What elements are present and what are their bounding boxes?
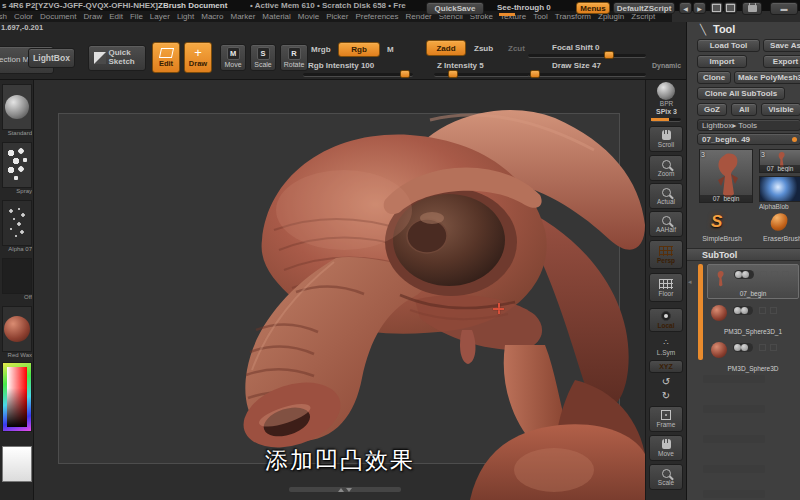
draw-size-slider[interactable] bbox=[528, 73, 646, 77]
scale-3d-button[interactable]: Scale bbox=[649, 464, 683, 490]
see-through-slider[interactable] bbox=[499, 13, 515, 16]
see-through-slider-label[interactable]: See-through 0 bbox=[497, 3, 551, 12]
quick-sketch-button[interactable]: Quick Sketch bbox=[88, 45, 146, 71]
rgb-intensity-slider[interactable] bbox=[303, 73, 413, 77]
menu-macro[interactable]: Macro bbox=[201, 12, 223, 21]
stroke-selector[interactable] bbox=[2, 142, 32, 188]
current-tool-bar[interactable]: 07_begin. 49 bbox=[697, 133, 800, 145]
move-mode-button[interactable]: M Move bbox=[220, 44, 246, 71]
panel-collapse-icon[interactable]: ◂ bbox=[688, 278, 692, 286]
brush-selector[interactable] bbox=[2, 84, 32, 130]
lock-button[interactable] bbox=[742, 2, 762, 15]
alpha-blob-thumbnail[interactable] bbox=[759, 176, 800, 202]
dynamic-toggle[interactable]: Dynamic bbox=[652, 62, 681, 69]
alpha-selector[interactable] bbox=[2, 200, 32, 246]
zoom-button[interactable]: Zoom bbox=[649, 155, 683, 181]
spix-slider[interactable] bbox=[651, 118, 681, 122]
menu-brush[interactable]: Brush bbox=[0, 12, 7, 21]
local-button[interactable]: Local bbox=[649, 308, 683, 332]
quicksave-button[interactable]: QuickSave bbox=[426, 2, 484, 15]
subtool-option-icon[interactable] bbox=[782, 271, 789, 278]
rgb-intensity-label[interactable]: Rgb Intensity 100 bbox=[308, 61, 374, 70]
persp-button[interactable]: Persp bbox=[649, 240, 683, 269]
left-tray-toggle-button[interactable]: ◀ bbox=[679, 2, 692, 14]
rgb-toggle[interactable]: Rgb bbox=[338, 42, 380, 57]
right-tray-toggle-button[interactable]: ▶ bbox=[693, 2, 706, 14]
color-picker[interactable] bbox=[2, 362, 32, 432]
lightbox-button[interactable]: LightBox bbox=[28, 48, 75, 68]
export-button[interactable]: Export bbox=[763, 55, 800, 68]
focal-shift-knob[interactable] bbox=[604, 51, 614, 59]
aahalf-button[interactable]: AAHalf bbox=[649, 211, 683, 237]
default-zscript-button[interactable]: DefaultZScript bbox=[613, 2, 675, 14]
lightbox-tools-bar[interactable]: Lightbox▸ Tools bbox=[697, 119, 800, 131]
bpr-render-button[interactable] bbox=[657, 82, 675, 100]
recent-tool-thumbnail[interactable]: 3 07_begin bbox=[759, 149, 800, 173]
frame-button[interactable]: Frame bbox=[649, 406, 683, 432]
z-intensity-knob[interactable] bbox=[448, 70, 458, 78]
subtool-option-icon[interactable] bbox=[760, 271, 767, 278]
load-tool-button[interactable]: Load Tool bbox=[697, 39, 760, 52]
menu-edit[interactable]: Edit bbox=[109, 12, 123, 21]
next-doc-button[interactable] bbox=[724, 2, 737, 14]
scroll-down-icon[interactable] bbox=[346, 488, 352, 492]
make-polymesh3d-button[interactable]: Make PolyMesh3D bbox=[734, 71, 800, 84]
zsub-toggle[interactable]: Zsub bbox=[474, 44, 493, 53]
color-gradient-square[interactable] bbox=[7, 367, 27, 427]
subtool-eye-toggle[interactable] bbox=[734, 270, 754, 279]
simplebrush-icon[interactable]: S bbox=[711, 212, 722, 232]
subtool-scrollbar[interactable] bbox=[698, 264, 703, 360]
menu-material[interactable]: Material bbox=[262, 12, 290, 21]
menu-picker[interactable]: Picker bbox=[326, 12, 348, 21]
actual-button[interactable]: Actual bbox=[649, 183, 683, 209]
menu-marker[interactable]: Marker bbox=[230, 12, 255, 21]
goz-all-button[interactable]: All bbox=[731, 103, 757, 116]
y-rotate-button[interactable]: ↺ bbox=[649, 376, 683, 388]
draw-size-knob[interactable] bbox=[530, 70, 540, 78]
rotate-mode-button[interactable]: R Rotate bbox=[280, 44, 308, 71]
menu-layer[interactable]: Layer bbox=[150, 12, 170, 21]
menu-tool[interactable]: Tool bbox=[533, 12, 548, 21]
material-selector[interactable] bbox=[2, 306, 32, 352]
menu-movie[interactable]: Movie bbox=[298, 12, 319, 21]
color-swatch[interactable] bbox=[2, 446, 32, 482]
subtool-item-active[interactable]: 07_begin bbox=[707, 264, 799, 299]
focal-shift-label[interactable]: Focal Shift 0 bbox=[552, 43, 600, 52]
goz-button[interactable]: GoZ bbox=[697, 103, 727, 116]
edit-mode-button[interactable]: Edit bbox=[152, 42, 180, 73]
xyz-button[interactable]: XYZ bbox=[649, 360, 683, 373]
scale-mode-button[interactable]: S Scale bbox=[250, 44, 276, 71]
subtool-option-icon[interactable] bbox=[770, 307, 777, 314]
rgb-intensity-knob[interactable] bbox=[400, 70, 410, 78]
menu-preferences[interactable]: Preferences bbox=[355, 12, 398, 21]
import-button[interactable]: Import bbox=[697, 55, 747, 68]
m-toggle[interactable]: M bbox=[387, 45, 394, 54]
texture-selector[interactable] bbox=[2, 258, 32, 294]
eraserbrush-icon[interactable] bbox=[769, 211, 789, 233]
scroll-button[interactable]: Scroll bbox=[649, 126, 683, 152]
draw-mode-button[interactable]: + Draw bbox=[184, 42, 212, 73]
floor-button[interactable]: Floor bbox=[649, 273, 683, 302]
menu-color[interactable]: Color bbox=[14, 12, 33, 21]
prev-doc-button[interactable] bbox=[710, 2, 723, 14]
draw-size-label[interactable]: Draw Size 47 bbox=[552, 61, 601, 70]
subtool-item[interactable]: PM3D_Sphere3D_1 bbox=[707, 301, 799, 336]
z-rotate-button[interactable]: ↻ bbox=[649, 390, 683, 402]
active-tool-thumbnail[interactable]: 3 07_begin bbox=[699, 149, 753, 203]
zadd-toggle[interactable]: Zadd bbox=[426, 40, 466, 56]
menu-file[interactable]: File bbox=[130, 12, 143, 21]
canvas-horizontal-scrollbar[interactable] bbox=[289, 487, 401, 492]
goz-visible-button[interactable]: Visible bbox=[761, 103, 800, 116]
minimize-button[interactable]: ▬ bbox=[770, 2, 798, 15]
menus-toggle-button[interactable]: Menus bbox=[576, 2, 610, 14]
menu-light[interactable]: Light bbox=[177, 12, 194, 21]
clone-all-subtools-button[interactable]: Clone All SubTools bbox=[697, 87, 785, 100]
zcut-toggle[interactable]: Zcut bbox=[508, 44, 525, 53]
save-as-button[interactable]: Save As bbox=[763, 39, 800, 52]
subtool-item[interactable]: PM3D_Sphere3D bbox=[707, 338, 799, 373]
clone-button[interactable]: Clone bbox=[697, 71, 731, 84]
z-intensity-slider[interactable] bbox=[434, 73, 534, 77]
z-intensity-label[interactable]: Z Intensity 5 bbox=[437, 61, 484, 70]
subtool-option-icon[interactable] bbox=[759, 307, 766, 314]
subtool-eye-toggle[interactable] bbox=[733, 306, 753, 315]
